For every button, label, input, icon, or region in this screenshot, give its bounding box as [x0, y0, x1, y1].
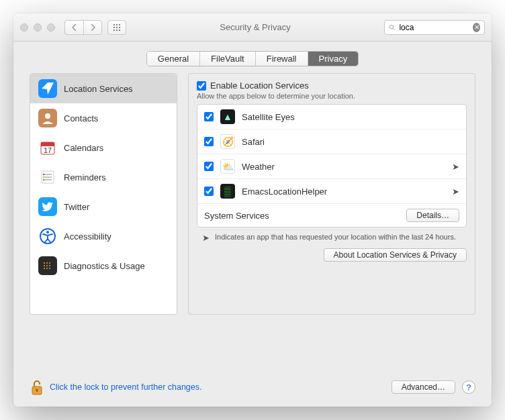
sidebar-item-accessibility[interactable]: Accessibility — [30, 221, 177, 251]
svg-point-32 — [44, 262, 45, 264]
enable-location-subtext: Allow the apps below to determine your l… — [197, 92, 467, 100]
app-permission-checkbox[interactable] — [204, 187, 214, 196]
tab-filevault[interactable]: FileVault — [200, 52, 256, 66]
svg-point-33 — [46, 262, 48, 264]
recent-location-arrow-icon: ➤ — [452, 162, 459, 172]
details-button[interactable]: Details… — [406, 209, 459, 222]
clear-search-button[interactable]: ✕ — [473, 23, 480, 32]
app-permission-list: ▲Satellite Eyes🧭Safari⛅Weather➤▒EmacsLoc… — [197, 104, 467, 227]
app-permission-checkbox[interactable] — [204, 162, 214, 171]
location-arrow-icon: ➤ — [202, 233, 210, 243]
lock-icon — [30, 378, 44, 396]
svg-point-23 — [43, 174, 44, 175]
recent-location-note: ➤ Indicates an app that has requested yo… — [197, 227, 467, 244]
tab-privacy[interactable]: Privacy — [308, 52, 359, 66]
reminders-icon — [38, 168, 57, 187]
app-name-label: EmacsLocationHelper — [242, 187, 327, 197]
app-name-label: Weather — [242, 162, 275, 172]
svg-point-38 — [44, 268, 45, 269]
svg-point-3 — [113, 27, 115, 28]
recent-location-arrow-icon: ➤ — [452, 187, 459, 197]
sidebar-item-calendar[interactable]: 17Calendars — [30, 133, 177, 162]
sidebar-item-label: Accessibility — [64, 231, 111, 242]
enable-location-checkbox[interactable] — [197, 81, 206, 91]
twitter-icon — [38, 197, 57, 216]
svg-point-39 — [46, 268, 48, 269]
traffic-lights — [20, 23, 55, 32]
system-services-label: System Services — [204, 211, 269, 221]
sidebar-item-location[interactable]: Location Services — [30, 74, 177, 103]
svg-point-29 — [46, 231, 49, 233]
tab-firewall[interactable]: Firewall — [256, 52, 308, 66]
nav-buttons — [64, 20, 102, 35]
app-icon: ▲ — [220, 109, 235, 124]
lock-row[interactable]: Click the lock to prevent further change… — [30, 378, 202, 396]
app-row: ▒EmacsLocationHelper➤ — [197, 179, 466, 204]
svg-point-1 — [116, 24, 118, 25]
svg-point-35 — [44, 265, 45, 266]
titlebar: Security & Privacy ✕ — [13, 13, 492, 42]
svg-point-40 — [49, 268, 50, 269]
sidebar-item-label: Contacts — [64, 113, 98, 123]
svg-point-5 — [119, 27, 120, 28]
sidebar-item-contacts[interactable]: Contacts — [30, 103, 177, 133]
app-name-label: Safari — [242, 137, 265, 147]
contacts-icon — [38, 109, 57, 127]
sidebar-item-reminders[interactable]: Reminders — [30, 162, 177, 192]
app-name-label: Satellite Eyes — [242, 112, 295, 122]
svg-rect-43 — [36, 390, 38, 392]
forward-button[interactable] — [83, 20, 102, 35]
back-button[interactable] — [64, 20, 83, 35]
privacy-category-sidebar: Location ServicesContacts17CalendarsRemi… — [30, 73, 177, 315]
svg-point-4 — [116, 27, 118, 28]
svg-point-25 — [43, 179, 44, 180]
svg-point-13 — [45, 113, 50, 119]
svg-point-7 — [116, 30, 118, 31]
preferences-window: Security & Privacy ✕ GeneralFileVaultFir… — [13, 13, 492, 407]
recent-location-note-text: Indicates an app that has requested your… — [215, 233, 456, 243]
sidebar-item-label: Diagnostics & Usage — [64, 261, 145, 271]
app-permission-checkbox[interactable] — [204, 112, 214, 121]
diagnostics-icon — [38, 256, 57, 275]
app-permission-checkbox[interactable] — [204, 137, 214, 146]
search-icon — [389, 23, 395, 32]
svg-point-9 — [389, 25, 393, 28]
svg-text:17: 17 — [44, 146, 52, 154]
content-area: Location ServicesContacts17CalendarsRemi… — [13, 73, 492, 369]
show-all-button[interactable] — [107, 20, 126, 35]
minimize-window-button[interactable] — [34, 23, 42, 32]
svg-point-8 — [119, 30, 120, 31]
svg-point-37 — [49, 265, 50, 266]
app-icon: 🧭 — [220, 134, 235, 149]
lock-text: Click the lock to prevent further change… — [50, 382, 202, 392]
about-location-services-button[interactable]: About Location Services & Privacy — [324, 248, 467, 262]
svg-point-0 — [113, 24, 115, 25]
search-field[interactable]: ✕ — [384, 20, 485, 35]
window-title: Security & Privacy — [132, 22, 379, 32]
sidebar-item-diagnostics[interactable]: Diagnostics & Usage — [30, 251, 177, 280]
accessibility-icon — [38, 227, 57, 246]
sidebar-item-label: Twitter — [64, 202, 89, 212]
help-button[interactable]: ? — [462, 380, 475, 394]
advanced-button[interactable]: Advanced… — [392, 380, 455, 394]
svg-point-24 — [43, 176, 44, 178]
calendar-icon: 17 — [38, 138, 57, 157]
app-row: ⛅Weather➤ — [197, 154, 466, 179]
close-window-button[interactable] — [20, 23, 28, 32]
zoom-window-button[interactable] — [47, 23, 55, 32]
sidebar-item-twitter[interactable]: Twitter — [30, 192, 177, 221]
app-icon: ⛅ — [220, 159, 235, 174]
app-icon: ▒ — [220, 184, 235, 199]
tab-bar: GeneralFileVaultFirewallPrivacy — [13, 42, 492, 73]
svg-point-34 — [49, 262, 50, 264]
enable-location-label: Enable Location Services — [210, 81, 309, 91]
svg-point-36 — [46, 265, 48, 266]
location-icon — [38, 79, 57, 98]
system-services-row: System ServicesDetails… — [197, 204, 466, 227]
search-input[interactable] — [398, 22, 470, 33]
app-row: ▲Satellite Eyes — [197, 105, 466, 129]
tab-general[interactable]: General — [147, 52, 200, 66]
location-services-panel: Enable Location Services Allow the apps … — [188, 73, 475, 315]
app-row: 🧭Safari — [197, 129, 466, 154]
footer: Click the lock to prevent further change… — [13, 369, 492, 407]
